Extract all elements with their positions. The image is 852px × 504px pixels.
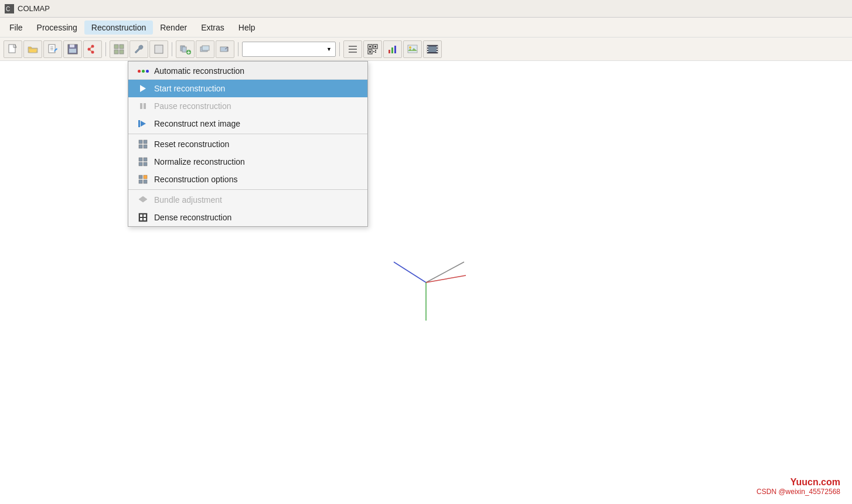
svg-rect-78 [144,218,146,220]
svg-rect-60 [138,120,140,127]
app-title: COLMAP [18,4,50,13]
separator-4 [339,42,340,56]
reconstruction-options-label: Reconstruction options [154,175,237,184]
svg-rect-10 [69,49,76,53]
pause-reconstruction-item[interactable]: Pause reconstruction [128,97,367,115]
reconstruction-dropdown: Automatic reconstruction Start reconstru… [128,61,368,227]
svg-rect-51 [437,49,438,50]
toolbar: + [0,38,852,61]
automatic-reconstruction-label: Automatic reconstruction [154,66,244,76]
svg-rect-41 [391,47,393,53]
svg-rect-39 [375,52,376,53]
add-button[interactable]: + [176,40,195,58]
separator-2 [172,42,172,56]
svg-rect-36 [369,51,371,53]
menu-render[interactable]: Render [153,21,194,35]
svg-rect-77 [140,218,142,220]
save-button[interactable] [63,40,82,58]
bundle-adjustment-label: Bundle adjustment [154,195,222,205]
menu-processing[interactable]: Processing [30,21,84,35]
start-reconstruction-item[interactable]: Start reconstruction [128,80,367,97]
reset-icon [137,138,149,151]
svg-rect-72 [139,180,142,183]
cube-button[interactable] [149,40,168,58]
svg-rect-26 [202,46,209,50]
start-reconstruction-label: Start reconstruction [154,84,225,93]
svg-rect-73 [144,180,147,183]
image-button[interactable] [403,40,422,58]
normalize-icon [137,155,149,168]
svg-rect-17 [120,45,124,49]
svg-rect-9 [70,45,74,47]
svg-rect-27 [220,47,227,52]
feature-button[interactable] [110,40,128,58]
menu-help[interactable]: Help [231,21,263,35]
watermark: Yuucn.com CSDN @weixin_45572568 [756,477,840,496]
svg-rect-37 [373,51,374,52]
open-button[interactable] [23,40,42,58]
menu-reconstruction[interactable]: Reconstruction [84,21,153,35]
svg-marker-61 [141,121,146,127]
bundle-adjustment-item[interactable]: Bundle adjustment [128,191,367,209]
chart-button[interactable] [383,40,402,58]
svg-rect-49 [427,51,428,52]
svg-rect-69 [144,162,147,166]
quality-dropdown[interactable] [242,42,336,57]
svg-rect-68 [139,162,142,166]
options-icon [137,173,149,186]
lines-button[interactable] [343,40,362,58]
reset-reconstruction-item[interactable]: Reset reconstruction [128,135,367,153]
svg-rect-58 [140,103,142,109]
svg-rect-2 [9,45,15,53]
wrench-button[interactable] [129,40,148,58]
svg-line-15 [90,50,91,51]
bundle-icon [137,193,149,206]
stack-button[interactable] [196,40,214,58]
film-button[interactable] [423,40,442,58]
coordinate-axes [373,230,479,335]
svg-rect-59 [144,103,146,109]
menu-extras[interactable]: Extras [194,21,231,35]
qr-button[interactable] [363,40,382,58]
svg-line-54 [394,262,426,282]
svg-rect-47 [427,46,428,47]
dropdown-header: Automatic reconstruction [128,62,367,80]
reset-reconstruction-label: Reset reconstruction [154,139,229,149]
svg-rect-42 [394,46,396,53]
menu-file[interactable]: File [2,21,30,35]
svg-text:+: + [187,49,190,55]
titlebar: C COLMAP [0,0,852,18]
svg-rect-48 [427,49,428,50]
svg-rect-52 [437,51,438,52]
svg-rect-71 [144,175,147,179]
edit-button[interactable] [43,40,62,58]
svg-rect-76 [144,214,146,217]
svg-rect-67 [144,158,147,161]
separator-3 [238,42,238,56]
normalize-reconstruction-item[interactable]: Normalize reconstruction [128,153,367,171]
play-icon [137,82,149,95]
svg-rect-22 [182,47,186,52]
svg-rect-50 [437,46,438,47]
menubar: File Processing Reconstruction Render Ex… [0,18,852,38]
pause-reconstruction-label: Pause reconstruction [154,101,231,111]
svg-rect-34 [374,46,376,47]
export2-button[interactable] [216,40,234,58]
separator-1 [105,42,106,56]
dense-reconstruction-item[interactable]: Dense reconstruction [128,209,367,226]
reconstruct-next-item[interactable]: Reconstruct next image [128,115,367,132]
watermark-yuucn: Yuucn.com [756,477,840,488]
svg-rect-16 [114,45,118,49]
svg-point-44 [409,46,411,49]
svg-rect-43 [408,45,417,53]
new-button[interactable] [4,40,22,58]
svg-rect-38 [375,50,376,51]
normalize-reconstruction-label: Normalize reconstruction [154,157,245,166]
svg-marker-3 [15,45,16,47]
svg-rect-18 [114,50,118,54]
svg-rect-62 [139,140,142,144]
dense-reconstruction-label: Dense reconstruction [154,213,231,222]
reconstruction-options-item[interactable]: Reconstruction options [128,171,367,188]
next-icon [137,117,149,130]
export-button[interactable] [83,40,102,58]
